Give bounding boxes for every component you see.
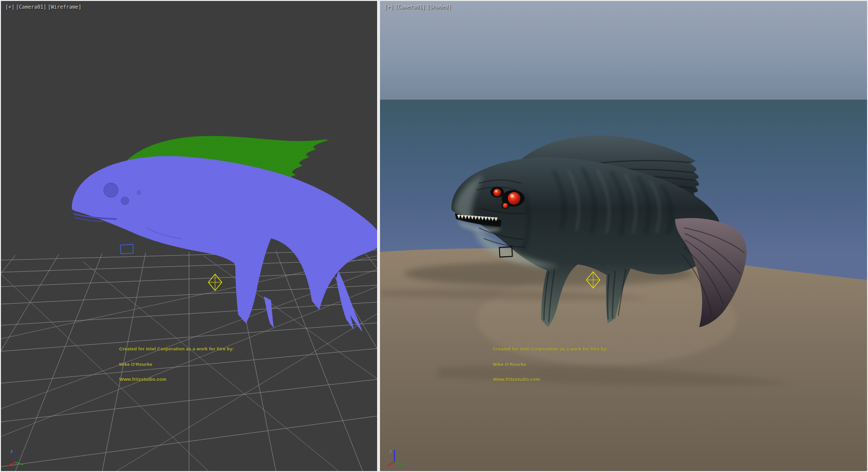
viewport-label: [+] [Camera01] [Wireframe] [5,4,82,10]
viewport-split-view: [+] [Camera01] [Wireframe] Created for I… [0,0,868,472]
viewport-menu-shading[interactable]: [Wireframe] [47,4,82,10]
eye-highlight-2 [495,190,497,192]
viewport-left[interactable]: [+] [Camera01] [Wireframe] Created for I… [1,1,377,471]
x-axis-line [387,462,394,466]
credit-line-3: Www.fritzstudio.com [493,377,608,382]
z-axis-label: z [390,449,392,454]
viewport-menu-camera[interactable]: [Camera01] [15,4,47,10]
x-axis-line [8,462,15,466]
z-axis-label: z [11,449,13,454]
viewport-menu-expand[interactable]: [+] [5,4,15,10]
viewport-right[interactable]: [+] [Camera01] [Shaded] Created for Inte… [380,1,867,471]
eye-small [503,203,508,208]
fin-web[interactable] [264,296,274,328]
viewport-menu-shading[interactable]: [Shaded] [426,4,452,10]
world-axis-gizmo: z [386,446,408,468]
scene-credit-text: Created for Intel Corporation as a work … [493,336,608,392]
eye-large [508,192,520,205]
wireframe-scene[interactable] [1,1,377,471]
helper-box[interactable] [120,244,133,254]
viewport-menu-expand[interactable]: [+] [384,4,394,10]
eye-spot-faint [136,190,141,195]
viewport-label: [+] [Camera01] [Shaded] [384,4,452,10]
eye-medium [493,189,501,196]
y-axis-line [394,462,402,465]
y-axis-line [15,462,23,465]
helper-diamond-gizmo[interactable] [208,274,222,291]
eye-highlight [511,194,514,198]
scene-credit-text: Created for Intel Corporation as a work … [119,336,234,392]
credit-line-3: Www.fritzstudio.com [119,377,234,382]
shaded-scene[interactable] [380,1,867,471]
credit-line-2: Mike O'Rourke [493,362,608,367]
world-axis-gizmo: z [7,446,29,468]
credit-line-1: Created for Intel Corporation as a work … [493,347,608,352]
fish-body-wire[interactable] [72,156,377,332]
credit-line-2: Mike O'Rourke [119,362,234,367]
credit-line-1: Created for Intel Corporation as a work … [119,347,234,352]
eye-spot-large [104,183,118,197]
viewport-menu-camera[interactable]: [Camera01] [394,4,426,10]
eye-spot-small [121,197,129,205]
